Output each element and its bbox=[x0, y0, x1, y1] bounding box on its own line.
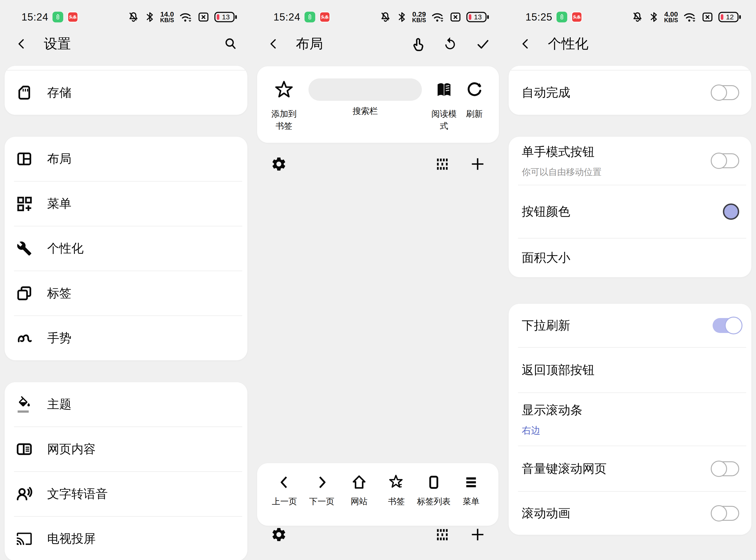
autocomplete-toggle[interactable] bbox=[713, 85, 739, 100]
list-item-tabs[interactable]: 标签 bbox=[5, 271, 247, 316]
toutiao-app-icon: 头条 bbox=[572, 12, 582, 22]
setting-row-button-color[interactable]: 按钮颜色 bbox=[509, 185, 751, 238]
wrench-icon bbox=[15, 241, 34, 256]
back-icon[interactable] bbox=[15, 37, 28, 51]
chevron-right-icon bbox=[314, 472, 330, 493]
setting-row-pull-refresh[interactable]: 下拉刷新 bbox=[509, 304, 751, 347]
color-swatch[interactable] bbox=[723, 203, 739, 220]
wifi-icon bbox=[179, 11, 193, 23]
page-title: 个性化 bbox=[548, 35, 589, 53]
list-item-text-to-speech[interactable]: 文字转语音 bbox=[5, 472, 247, 516]
bell-off-icon bbox=[631, 11, 643, 23]
home-arrow-icon bbox=[351, 472, 367, 493]
battery-app-icon bbox=[53, 12, 63, 22]
list-item-web-content[interactable]: 网页内容 bbox=[5, 427, 247, 471]
card-scrolling: 下拉刷新 返回顶部按钮 显示滚动条 右边 音量键滚动网页 滚动动画 bbox=[509, 304, 751, 535]
page-title: 设置 bbox=[44, 35, 71, 53]
card-one-hand: 单手模式按钮 你可以自由移动位置 按钮颜色 面积大小 bbox=[509, 137, 751, 277]
tabs-icon bbox=[15, 284, 34, 302]
gear-icon[interactable] bbox=[271, 156, 287, 172]
sim-error-icon bbox=[701, 11, 714, 23]
toutiao-app-icon: 头条 bbox=[319, 12, 330, 22]
status-bar: 15:24 头条 14.0KB/S 13 bbox=[0, 0, 252, 28]
bluetooth-icon bbox=[144, 11, 155, 23]
wifi-icon bbox=[683, 11, 697, 23]
refresh-slot[interactable]: 刷新 bbox=[459, 76, 490, 120]
search-icon[interactable] bbox=[223, 37, 238, 51]
list-item-personalization[interactable]: 个性化 bbox=[5, 226, 247, 271]
bookmark-slot[interactable]: 添加到书签 bbox=[266, 76, 301, 132]
confirm-check-icon[interactable] bbox=[475, 37, 490, 51]
settings-group-storage: 存储 bbox=[5, 66, 247, 115]
setting-row-autocomplete[interactable]: 自动完成 bbox=[509, 71, 751, 115]
bookmarks-slot[interactable]: 书签 bbox=[379, 472, 414, 526]
drag-grid-icon[interactable] bbox=[434, 527, 450, 542]
undo-icon[interactable] bbox=[443, 37, 457, 51]
network-speed: 0.29KB/S bbox=[412, 11, 426, 23]
setting-row-area-size[interactable]: 面积大小 bbox=[509, 238, 751, 277]
address-bar-layout-card: 添加到书签 搜索栏 阅读模式 刷新 bbox=[257, 66, 499, 143]
personalization-screen: 15:25 头条 4.00KB/S 12 个性化 自动完成 bbox=[504, 0, 756, 560]
website-slot[interactable]: 网站 bbox=[342, 472, 377, 526]
setting-row-scroll-animation[interactable]: 滚动动画 bbox=[509, 492, 751, 535]
one-hand-mode-toggle[interactable] bbox=[713, 153, 739, 168]
bluetooth-icon bbox=[648, 11, 659, 23]
clock: 15:24 bbox=[21, 11, 48, 23]
reading-mode-slot[interactable]: 阅读模式 bbox=[429, 76, 459, 132]
settings-group-appearance: 主题 网页内容 文字转语音 电视投屏 bbox=[5, 382, 247, 560]
layout-header: 布局 bbox=[252, 28, 504, 60]
back-icon[interactable] bbox=[267, 37, 280, 51]
battery-icon: 13 bbox=[466, 12, 490, 23]
pull-refresh-toggle[interactable] bbox=[713, 318, 739, 333]
setting-row-scrollbar[interactable]: 显示滚动条 右边 bbox=[509, 393, 751, 446]
setting-row-back-to-top[interactable]: 返回顶部按钮 bbox=[509, 348, 751, 393]
setting-row-volume-scroll[interactable]: 音量键滚动网页 bbox=[509, 446, 751, 491]
svg-text:12: 12 bbox=[726, 13, 734, 21]
layout-icon bbox=[15, 150, 34, 168]
battery-app-icon bbox=[304, 12, 315, 22]
clock: 15:25 bbox=[525, 11, 552, 23]
scrollbar-position-value[interactable]: 右边 bbox=[522, 424, 582, 437]
list-item-menu[interactable]: 菜单 bbox=[5, 182, 247, 226]
chevron-left-icon bbox=[277, 472, 292, 493]
battery-icon: 13 bbox=[214, 12, 238, 23]
cast-icon bbox=[15, 531, 34, 547]
refresh-icon bbox=[466, 76, 483, 104]
row-tools-bottom bbox=[252, 526, 504, 543]
list-item-gestures[interactable]: 手势 bbox=[5, 316, 247, 360]
triple-screenshot: 15:24 头条 14.0KB/S 13 设置 存 bbox=[0, 0, 756, 560]
search-bar-slot[interactable]: 搜索栏 bbox=[309, 76, 422, 117]
prev-page-slot[interactable]: 上一页 bbox=[267, 472, 302, 526]
add-icon[interactable] bbox=[470, 156, 485, 172]
tab-list-slot[interactable]: 标签列表 bbox=[416, 472, 451, 526]
list-item-tv-cast[interactable]: 电视投屏 bbox=[5, 517, 247, 560]
sim-error-icon bbox=[197, 11, 210, 23]
network-speed: 14.0KB/S bbox=[160, 11, 174, 23]
book-icon bbox=[435, 76, 453, 104]
scroll-cut bbox=[5, 66, 247, 71]
text-to-speech-icon bbox=[15, 485, 34, 503]
add-icon[interactable] bbox=[470, 527, 485, 542]
setting-row-one-hand-mode[interactable]: 单手模式按钮 你可以自由移动位置 bbox=[509, 137, 751, 185]
toutiao-app-icon: 头条 bbox=[67, 12, 78, 22]
bluetooth-icon bbox=[396, 11, 407, 23]
personalization-header: 个性化 bbox=[504, 28, 756, 60]
network-speed: 4.00KB/S bbox=[664, 11, 678, 23]
gear-icon[interactable] bbox=[271, 526, 287, 543]
back-icon[interactable] bbox=[519, 37, 533, 51]
next-page-slot[interactable]: 下一页 bbox=[304, 472, 339, 526]
list-item-storage[interactable]: 存储 bbox=[5, 71, 247, 115]
touch-pointer-icon[interactable] bbox=[410, 36, 425, 51]
bell-off-icon bbox=[127, 11, 140, 23]
battery-icon: 12 bbox=[718, 12, 741, 23]
volume-scroll-toggle[interactable] bbox=[713, 461, 739, 476]
svg-text:13: 13 bbox=[474, 13, 482, 21]
svg-text:13: 13 bbox=[222, 13, 230, 21]
menu-slot[interactable]: 菜单 bbox=[454, 472, 489, 526]
list-item-theme[interactable]: 主题 bbox=[5, 382, 247, 426]
drag-grid-icon[interactable] bbox=[434, 156, 450, 172]
clock: 15:24 bbox=[274, 11, 300, 23]
scroll-animation-toggle[interactable] bbox=[713, 506, 739, 521]
settings-group-browser: 布局 菜单 个性化 标签 手势 bbox=[5, 137, 247, 360]
list-item-layout[interactable]: 布局 bbox=[5, 137, 247, 181]
